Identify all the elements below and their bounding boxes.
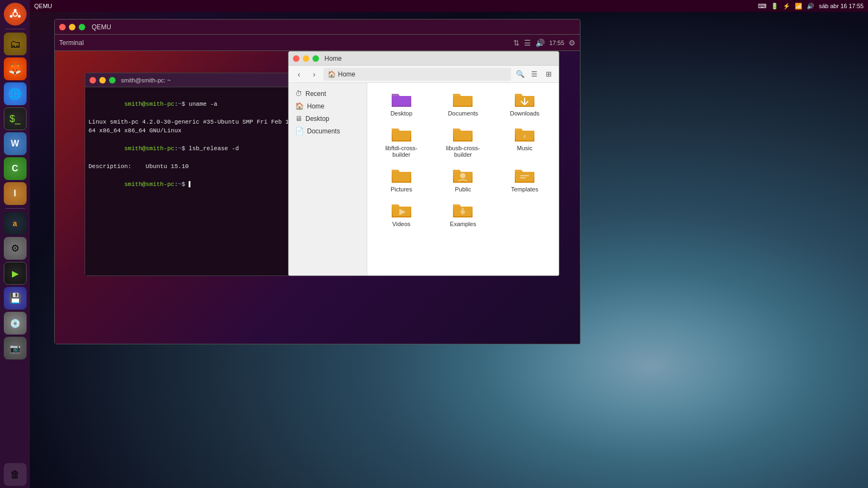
taskbar-chromium-button[interactable]: 🌐 [4,82,27,105]
qemu-sound-icon[interactable]: 🔊 [535,38,545,47]
system-bar-left: QEMU [34,3,52,9]
fm-grid-view-button[interactable]: ⊞ [542,68,554,80]
app-name-label[interactable]: QEMU [34,3,52,9]
fm-item-downloads-label: Downloads [510,110,539,117]
taskbar-camera-button[interactable]: 📷 [4,337,27,359]
fm-body: ⏱ Recent 🏠 Home 🖥 Desktop 📄 Documents [289,83,559,275]
fm-folder-downloads-icon [514,91,535,109]
fm-folder-videos-icon [391,201,412,220]
qemu-time-label: 17:55 [549,40,564,46]
fm-item-pictures[interactable]: Pictures [372,163,431,196]
taskbar-terminal-button[interactable]: $_ [4,107,27,130]
svg-text:♪: ♪ [524,133,526,139]
taskbar-calc-button[interactable]: C [4,157,27,180]
terminal-close-button[interactable] [90,77,96,84]
svg-point-10 [461,210,465,214]
taskbar-terminal2-button[interactable]: ▶ [4,262,27,285]
qemu-close-button[interactable] [59,24,66,30]
fm-documents-label: Documents [307,127,340,135]
fm-sidebar-desktop[interactable]: 🖥 Desktop [289,112,367,125]
fm-minimize-button[interactable] [303,55,309,62]
battery-icon: 🔋 [771,3,778,10]
qemu-content: smith@smith-pc: ~ smith@smith-pc:~$ unam… [55,51,580,344]
taskbar-apps-button[interactable]: 💾 [4,287,27,310]
terminal-minimize-button[interactable] [99,77,106,84]
fm-item-downloads[interactable]: Downloads [495,87,554,120]
filemanager-window: Home ‹ › 🏠 Home 🔍 ☰ ⊞ ⏱ [288,51,559,276]
fm-item-documents[interactable]: Documents [433,87,493,120]
taskbar-ubuntu-button[interactable] [4,3,27,25]
fm-list-view-button[interactable]: ☰ [528,68,540,80]
fm-item-examples[interactable]: Examples [433,198,493,230]
fm-item-desktop[interactable]: Desktop [372,87,431,120]
fm-item-public-label: Public [455,186,471,192]
ubuntu-logo-icon [9,8,22,21]
fm-item-templates-label: Templates [511,186,538,192]
taskbar-impress-button[interactable]: I [4,182,27,205]
fm-item-music[interactable]: ♪ Music [495,122,554,161]
fm-folder-libusb-icon [452,125,474,144]
taskbar-writer-button[interactable]: W [4,132,27,155]
fm-sidebar-home[interactable]: 🏠 Home [289,100,367,112]
svg-rect-7 [520,175,529,176]
svg-rect-8 [520,177,526,178]
fm-sidebar-recent[interactable]: ⏱ Recent [289,87,367,100]
qemu-view-icon[interactable]: ☰ [524,38,531,47]
fm-search-button[interactable]: 🔍 [514,68,526,80]
taskbar-firefox-button[interactable]: 🦊 [4,57,27,80]
fm-folder-examples-icon [452,201,474,220]
taskbar-drive-button[interactable]: 💿 [4,312,27,335]
fm-item-music-label: Music [517,145,533,151]
fm-breadcrumb[interactable]: 🏠 Home [323,68,511,81]
fm-back-button[interactable]: ‹ [293,68,305,80]
terminal-cmd-1: uname -a [189,101,218,107]
fm-forward-button[interactable]: › [308,68,320,80]
fm-toolbar-icons: 🔍 ☰ ⊞ [514,68,554,80]
fm-home-label: Home [307,102,324,110]
fm-item-documents-label: Documents [448,110,478,117]
network-icon: 📶 [795,3,802,10]
fm-recent-icon: ⏱ [295,89,302,98]
fm-toolbar: ‹ › 🏠 Home 🔍 ☰ ⊞ [289,66,559,83]
fm-item-templates[interactable]: Templates [495,163,554,196]
fm-title-label: Home [324,55,342,62]
qemu-gear-icon[interactable]: ⚙ [569,38,576,47]
qemu-titlebar: QEMU [55,20,580,35]
fm-file-grid: Desktop Documents [372,87,554,230]
fm-home-sidebar-icon: 🏠 [295,102,304,110]
fm-close-button[interactable] [293,55,299,62]
fm-item-libftdi[interactable]: libftdi-cross-builder [372,122,431,161]
terminal-maximize-button[interactable] [109,77,116,84]
svg-point-6 [460,173,465,178]
terminal-prompt-3: smith@smith-pc [124,181,174,188]
fm-folder-desktop-icon [391,91,412,109]
taskbar-files-button[interactable]: 🗂 [4,33,27,55]
keyboard-icon: ⌨ [758,3,767,10]
fm-desktop-icon: 🖥 [295,114,302,123]
taskbar-divider-1 [5,29,25,29]
terminal-cmd-2: lsb_release -d [189,145,239,152]
fm-folder-pictures-icon [391,166,412,185]
fm-item-videos[interactable]: Videos [372,198,431,230]
qemu-window: QEMU Terminal ⇅ ☰ 🔊 17:55 ⚙ smith@smith-… [54,19,580,344]
fm-folder-music-icon: ♪ [514,125,535,144]
taskbar-settings-button[interactable]: ⚙ [4,237,27,260]
system-bar-right: ⌨ 🔋 ⚡ 📶 🔊 sáb abr 16 17:55 [758,3,864,10]
taskbar-amazon-button[interactable]: a [4,212,27,235]
fm-item-libusb[interactable]: libusb-cross-builder [433,122,493,161]
fm-sidebar-documents[interactable]: 📄 Documents [289,125,367,137]
qemu-toolbar: Terminal ⇅ ☰ 🔊 17:55 ⚙ [55,35,580,51]
datetime-label: sáb abr 16 17:55 [819,3,864,9]
taskbar-divider-2 [5,208,25,209]
qemu-toolbar-label: Terminal [59,39,84,47]
taskbar-trash-button[interactable]: 🗑 [4,463,27,486]
fm-item-libusb-label: libusb-cross-builder [441,145,484,158]
fm-item-public[interactable]: Public [433,163,493,196]
svg-point-2 [18,15,21,18]
qemu-sort-icon[interactable]: ⇅ [513,38,520,47]
fm-maximize-button[interactable] [312,55,319,62]
terminal-title-label: smith@smith-pc: ~ [121,77,171,84]
fm-desktop-label: Desktop [305,115,329,123]
qemu-maximize-button[interactable] [79,24,85,30]
qemu-minimize-button[interactable] [69,24,75,30]
